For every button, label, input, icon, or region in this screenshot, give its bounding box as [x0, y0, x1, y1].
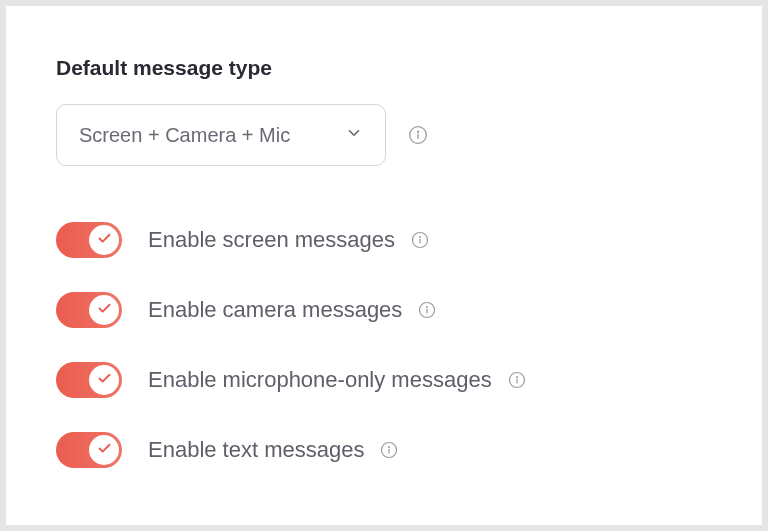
svg-point-11	[516, 377, 517, 378]
toggle-label: Enable screen messages	[148, 227, 395, 253]
toggle-row-camera: Enable camera messages	[56, 292, 712, 328]
info-icon[interactable]	[418, 301, 436, 319]
toggle-row-mic: Enable microphone-only messages	[56, 362, 712, 398]
toggle-microphone-messages[interactable]	[56, 362, 122, 398]
info-icon[interactable]	[411, 231, 429, 249]
settings-card: Default message type Screen + Camera + M…	[6, 6, 762, 525]
toggle-knob	[89, 365, 119, 395]
toggle-row-text: Enable text messages	[56, 432, 712, 468]
check-icon	[97, 371, 112, 390]
toggle-label-wrap: Enable screen messages	[148, 227, 429, 253]
toggle-knob	[89, 435, 119, 465]
section-title: Default message type	[56, 56, 712, 80]
toggle-camera-messages[interactable]	[56, 292, 122, 328]
svg-point-5	[420, 237, 421, 238]
toggle-text-messages[interactable]	[56, 432, 122, 468]
toggle-knob	[89, 225, 119, 255]
message-type-row: Screen + Camera + Mic	[56, 104, 712, 166]
select-value: Screen + Camera + Mic	[79, 124, 290, 147]
toggle-row-screen: Enable screen messages	[56, 222, 712, 258]
chevron-down-icon	[345, 124, 363, 146]
toggle-label-wrap: Enable text messages	[148, 437, 398, 463]
info-icon[interactable]	[380, 441, 398, 459]
toggle-label-wrap: Enable microphone-only messages	[148, 367, 526, 393]
toggle-label-wrap: Enable camera messages	[148, 297, 436, 323]
check-icon	[97, 441, 112, 460]
toggle-label: Enable microphone-only messages	[148, 367, 492, 393]
toggle-list: Enable screen messages	[56, 222, 712, 468]
info-icon[interactable]	[508, 371, 526, 389]
info-icon[interactable]	[408, 125, 428, 145]
svg-point-2	[418, 131, 419, 132]
toggle-screen-messages[interactable]	[56, 222, 122, 258]
message-type-select[interactable]: Screen + Camera + Mic	[56, 104, 386, 166]
toggle-label: Enable camera messages	[148, 297, 402, 323]
check-icon	[97, 301, 112, 320]
svg-point-14	[389, 447, 390, 448]
toggle-knob	[89, 295, 119, 325]
svg-point-8	[427, 307, 428, 308]
toggle-label: Enable text messages	[148, 437, 364, 463]
check-icon	[97, 231, 112, 250]
